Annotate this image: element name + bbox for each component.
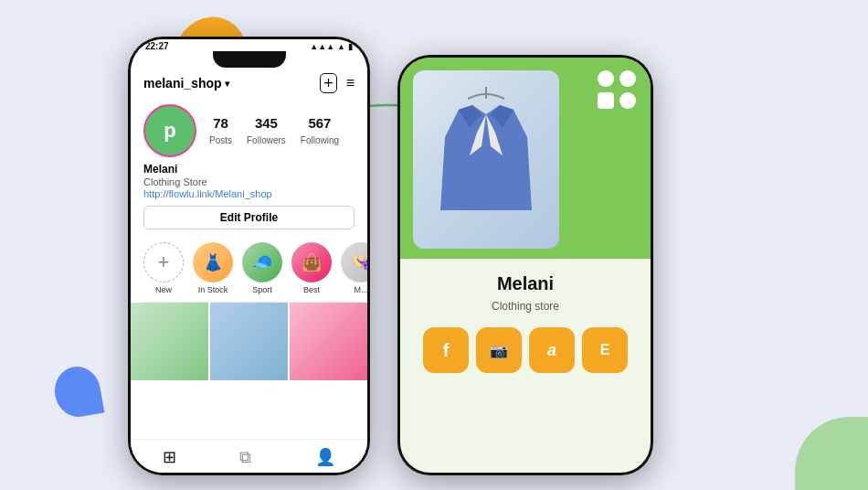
- instagram-button[interactable]: 📷: [476, 327, 522, 373]
- highlight-instock[interactable]: 👗 In Stock: [193, 242, 233, 294]
- amazon-button[interactable]: a: [529, 327, 575, 373]
- left-phone: 22:27 ▲▲▲ ▲ ▮ melani_shop ▾ + ≡: [128, 37, 370, 475]
- nav-reel-icon[interactable]: ⧉: [239, 448, 251, 467]
- logo-dot-2: [619, 70, 636, 87]
- grid-cell-2: [210, 303, 288, 380]
- menu-icon[interactable]: ≡: [346, 75, 355, 91]
- profile-section: p 78 Posts 345 Followers 567: [131, 97, 367, 235]
- right-phone-body: Melani Clothing store f 📷 a E: [400, 259, 651, 473]
- store-subtitle: Clothing store: [417, 300, 634, 313]
- highlight-circle-sport: 🧢: [242, 242, 282, 282]
- chevron-down-icon: ▾: [225, 79, 229, 89]
- status-time: 22:27: [145, 41, 169, 51]
- highlight-sport[interactable]: 🧢 Sport: [242, 242, 282, 294]
- highlight-new[interactable]: + New: [143, 242, 184, 294]
- grid-preview: [131, 303, 367, 439]
- social-buttons-row: f 📷 a E: [417, 327, 634, 373]
- logo-dot-1: [598, 70, 614, 87]
- battery-icon: ▮: [348, 42, 353, 51]
- store-name: Melani: [417, 273, 634, 294]
- ig-header-actions: + ≡: [320, 73, 355, 93]
- wifi-icon: ▲: [337, 42, 345, 51]
- phone-notch: [213, 51, 286, 68]
- right-phone: Melani Clothing store f 📷 a E: [397, 55, 653, 475]
- right-phone-header: [400, 58, 651, 259]
- facebook-button[interactable]: f: [423, 327, 469, 373]
- grid-cell-3: [290, 303, 367, 380]
- highlight-circle-best: 👜: [291, 242, 332, 282]
- profile-link[interactable]: http://flowlu.link/Melani_shop: [143, 188, 355, 199]
- grid-cell-1: [131, 303, 208, 380]
- nav-profile-icon[interactable]: 👤: [315, 447, 335, 467]
- right-phone-screen: Melani Clothing store f 📷 a E: [400, 58, 651, 473]
- left-phone-screen: 22:27 ▲▲▲ ▲ ▮ melani_shop ▾ + ≡: [131, 39, 367, 473]
- status-bar: 22:27 ▲▲▲ ▲ ▮: [131, 39, 367, 51]
- ig-header: melani_shop ▾ + ≡: [131, 68, 367, 97]
- stat-followers: 345 Followers: [247, 115, 286, 147]
- nav-grid-icon[interactable]: ⊞: [163, 447, 176, 467]
- stats-row: 78 Posts 345 Followers 567 Following: [209, 115, 339, 147]
- jacket-image: [413, 70, 559, 249]
- avatar: p: [143, 104, 196, 157]
- highlight-best[interactable]: 👜 Best: [291, 242, 332, 294]
- bottom-nav: ⊞ ⧉ 👤: [131, 439, 367, 473]
- signal-icon: ▲▲▲: [310, 42, 334, 51]
- profile-row: p 78 Posts 345 Followers 567: [143, 104, 355, 157]
- stat-following: 567 Following: [301, 115, 339, 147]
- decorative-shape-green: [795, 417, 868, 490]
- store-logo: [598, 70, 638, 111]
- profile-name: Melani: [143, 163, 355, 176]
- phones-wrapper: 22:27 ▲▲▲ ▲ ▮ melani_shop ▾ + ≡: [128, 27, 653, 475]
- highlight-circle-instock: 👗: [193, 242, 233, 282]
- stat-posts: 78 Posts: [209, 115, 232, 147]
- logo-dot-4: [619, 92, 636, 109]
- jacket-svg: [431, 82, 541, 238]
- add-icon[interactable]: +: [320, 73, 337, 93]
- highlights-row: + New 👗 In Stock 🧢 Sport: [131, 235, 367, 302]
- highlight-more[interactable]: 👒 M...: [341, 242, 367, 294]
- logo-dot-3: [598, 92, 614, 109]
- status-icons: ▲▲▲ ▲ ▮: [310, 42, 353, 51]
- edit-profile-button[interactable]: Edit Profile: [143, 206, 355, 229]
- profile-bio: Clothing Store: [143, 176, 355, 187]
- decorative-shape-blue: [51, 363, 105, 421]
- highlight-circle-more: 👒: [341, 242, 367, 282]
- ig-username: melani_shop ▾: [143, 76, 229, 91]
- etsy-button[interactable]: E: [582, 327, 628, 373]
- highlight-circle-new: +: [143, 242, 184, 282]
